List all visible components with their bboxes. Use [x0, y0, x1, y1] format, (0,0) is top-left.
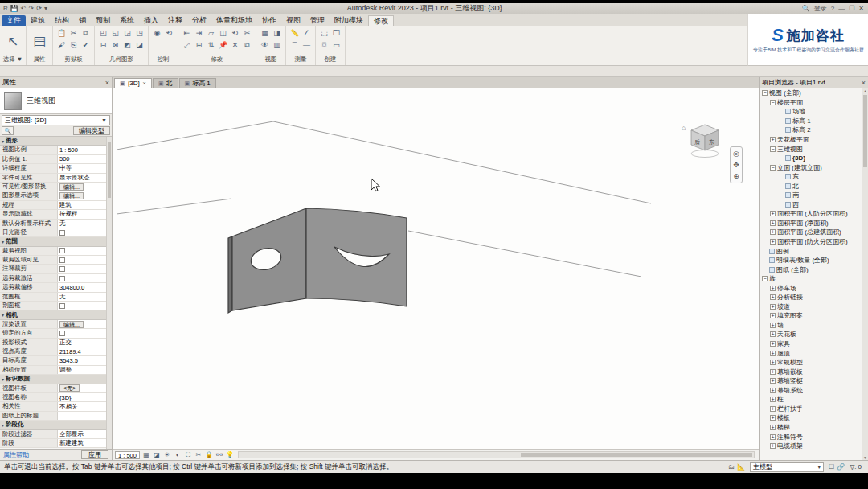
- tree-item[interactable]: −三维视图: [760, 144, 862, 154]
- active-design-option-select[interactable]: 主模型 ▾: [750, 462, 824, 472]
- property-value[interactable]: <无>: [58, 384, 106, 392]
- close-icon[interactable]: ×: [105, 79, 109, 87]
- expander-plus-icon[interactable]: +: [770, 286, 776, 291]
- tree-item[interactable]: +电缆桥架: [760, 442, 862, 451]
- view-tab-2[interactable]: ▣标高 1: [179, 78, 216, 88]
- tree-item[interactable]: +幕墙系统: [760, 386, 862, 396]
- tree-item[interactable]: +家具: [760, 339, 862, 349]
- tree-item[interactable]: +停车场: [760, 283, 862, 293]
- edit-button[interactable]: <无>: [59, 384, 80, 392]
- ribbon-tab-14[interactable]: 修改: [368, 15, 394, 26]
- viewcube-back-label[interactable]: 后: [694, 139, 700, 146]
- ribbon-tool-icon[interactable]: ⤢: [182, 40, 192, 51]
- tree-item[interactable]: +楼板: [760, 413, 862, 423]
- expander-plus-icon[interactable]: +: [770, 220, 776, 226]
- tree-item[interactable]: +填充图案: [760, 311, 862, 321]
- tree-item[interactable]: +面积平面 (防火分区面积): [760, 237, 862, 247]
- crop-region-icon[interactable]: ✂: [194, 450, 203, 459]
- property-value[interactable]: 中等: [58, 164, 106, 172]
- ribbon-tool-icon[interactable]: ▭: [331, 40, 342, 51]
- ribbon-tab-1[interactable]: 建筑: [26, 15, 50, 26]
- horizontal-scrollbar[interactable]: [238, 451, 755, 458]
- 3d-scene[interactable]: ⌂ 后 东: [113, 88, 759, 449]
- scrollbar-thumb[interactable]: [108, 142, 111, 198]
- ribbon-tab-11[interactable]: 视图: [281, 15, 305, 26]
- restore-button[interactable]: ❐: [849, 3, 854, 14]
- tree-item[interactable]: +墙: [760, 321, 862, 331]
- property-value[interactable]: 21189.4: [58, 347, 106, 355]
- crop-view-icon[interactable]: ⛶: [183, 450, 193, 459]
- tree-item[interactable]: +幕墙竖梃: [760, 376, 862, 386]
- ribbon-tab-6[interactable]: 插入: [139, 15, 163, 26]
- ribbon-tool-icon[interactable]: ✕: [230, 40, 240, 51]
- viewport[interactable]: ⌂ 后 东: [113, 88, 759, 449]
- ribbon-tab-0[interactable]: 文件: [2, 15, 26, 26]
- ribbon-tab-2[interactable]: 结构: [50, 15, 74, 26]
- expander-plus-icon[interactable]: +: [770, 239, 776, 244]
- ribbon-tool-icon[interactable]: ⟲: [164, 28, 174, 39]
- redo-icon[interactable]: ↷: [28, 3, 34, 14]
- tree-item[interactable]: +柱: [760, 395, 862, 405]
- lock-3d-view-icon[interactable]: 🔒: [204, 450, 214, 459]
- navigation-wheel-icon[interactable]: ◎: [733, 150, 739, 158]
- ribbon-tab-10[interactable]: 协作: [257, 15, 281, 26]
- detail-level-icon[interactable]: ▦: [141, 450, 151, 459]
- expander-plus-icon[interactable]: +: [770, 341, 776, 347]
- property-value[interactable]: 按规程: [58, 210, 106, 218]
- property-value[interactable]: 无: [58, 293, 106, 301]
- ribbon-tool-icon[interactable]: 📏: [289, 28, 300, 39]
- tree-item[interactable]: −楼层平面: [760, 98, 862, 108]
- ribbon-tool-icon[interactable]: ◨: [272, 28, 282, 39]
- tree-item[interactable]: +常规模型: [760, 358, 862, 368]
- tree-item[interactable]: {3D}: [760, 154, 862, 163]
- property-value[interactable]: 全部显示: [58, 430, 106, 438]
- ribbon-tool-icon[interactable]: ⟲: [230, 28, 240, 39]
- close-icon[interactable]: ×: [862, 79, 866, 87]
- ribbon-tool-icon[interactable]: ⌒: [289, 40, 300, 51]
- expander-minus-icon[interactable]: −: [770, 100, 776, 105]
- tree-item[interactable]: −立面 (建筑立面): [760, 162, 862, 172]
- property-value[interactable]: 编辑...: [58, 183, 106, 191]
- ribbon-tool-icon[interactable]: ⊞: [194, 40, 204, 51]
- ribbon-tab-8[interactable]: 分析: [187, 15, 211, 26]
- property-value[interactable]: [58, 256, 106, 264]
- ribbon-tool-icon[interactable]: ▤: [30, 31, 49, 53]
- property-value[interactable]: [58, 265, 106, 273]
- temporary-hide-icon[interactable]: 👓: [215, 450, 224, 459]
- ribbon-tool-icon[interactable]: ⧉: [80, 28, 91, 39]
- tree-item[interactable]: +分析链接: [760, 293, 862, 302]
- property-value[interactable]: [58, 274, 106, 282]
- ribbon-tab-12[interactable]: 管理: [305, 15, 330, 26]
- ribbon-tool-icon[interactable]: 🖌: [56, 40, 67, 51]
- ribbon-tool-icon[interactable]: ✔: [80, 40, 91, 51]
- save-icon[interactable]: 💾: [10, 3, 18, 14]
- expander-plus-icon[interactable]: +: [770, 369, 776, 375]
- property-value[interactable]: 显示原状态: [58, 174, 106, 182]
- property-group-header[interactable]: ▾范围: [0, 237, 106, 246]
- expander-plus-icon[interactable]: +: [770, 434, 776, 440]
- property-value[interactable]: [58, 412, 106, 420]
- ribbon-tool-icon[interactable]: ⬚: [319, 28, 330, 39]
- checkbox[interactable]: [59, 257, 65, 263]
- tree-item[interactable]: −族: [760, 274, 862, 284]
- ribbon-tool-icon[interactable]: ✂: [242, 28, 252, 39]
- ribbon-tool-icon[interactable]: ▦: [260, 28, 270, 39]
- expander-plus-icon[interactable]: +: [770, 425, 776, 430]
- ribbon-tool-icon[interactable]: ⊟: [98, 40, 108, 51]
- tree-item[interactable]: +天花板平面: [760, 135, 862, 145]
- property-value[interactable]: 304800.0: [58, 283, 106, 291]
- ribbon-tool-icon[interactable]: ◩: [122, 40, 133, 51]
- ribbon-tool-icon[interactable]: ◱: [110, 28, 121, 39]
- tree-item[interactable]: −视图 (全部): [760, 88, 862, 98]
- search-icon[interactable]: 🔍: [802, 3, 810, 14]
- property-value[interactable]: [58, 247, 106, 255]
- select-links-icon[interactable]: 🔗: [837, 463, 845, 471]
- expander-minus-icon[interactable]: −: [762, 90, 768, 96]
- ribbon-tab-9[interactable]: 体量和场地: [211, 15, 257, 26]
- expander-plus-icon[interactable]: +: [770, 304, 776, 310]
- property-value[interactable]: 编辑...: [58, 320, 106, 328]
- help-icon[interactable]: ?: [831, 3, 834, 14]
- property-value[interactable]: 1 : 500: [58, 146, 106, 154]
- ribbon-tool-icon[interactable]: ◉: [152, 28, 162, 39]
- wall-model[interactable]: [228, 208, 407, 313]
